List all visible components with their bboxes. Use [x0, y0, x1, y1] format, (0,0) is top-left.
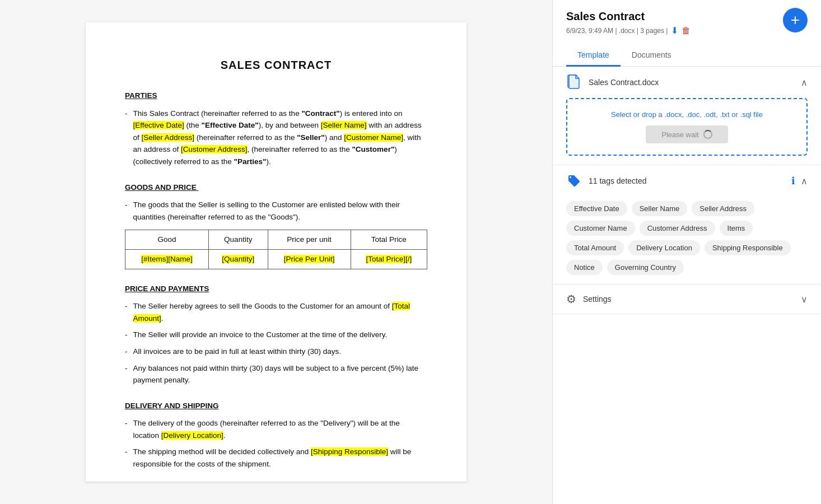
sidebar-meta-text: 6/9/23, 9:49 AM | .docx | 3 pages | — [566, 27, 668, 35]
gear-icon: ⚙ — [566, 292, 576, 306]
parties-text: This Sales Contract (hereinafter referre… — [133, 108, 428, 168]
bullet-dash-4: - — [125, 329, 128, 341]
goods-text: The goods that the Seller is selling to … — [133, 199, 428, 223]
file-section-title: Sales Contract.docx — [589, 78, 659, 87]
table-cell-price-per-unit: [Price Per Unit] — [268, 249, 351, 269]
tags-count-label: 11 tags detected — [589, 176, 647, 185]
price-bullet-3: - All invoices are to be paid in full at… — [125, 346, 427, 358]
document-panel: SALES CONTRACT PARTIES - This Sales Cont… — [0, 0, 552, 504]
section-heading-parties: PARTIES — [125, 90, 427, 102]
bullet-dash-3: - — [125, 300, 128, 324]
tag-total-amount: [Total Amount] — [133, 302, 410, 323]
price-text-3: All invoices are to be paid in full at l… — [133, 346, 341, 358]
loading-spinner — [703, 130, 712, 139]
tags-section: 11 tags detected ℹ ∧ Effective Date Sell… — [553, 165, 821, 284]
delete-icon[interactable]: 🗑 — [682, 26, 691, 36]
tag-chip-notice[interactable]: Notice — [566, 260, 603, 275]
table-cell-items-name: [#Items][Name] — [125, 249, 209, 269]
tag-delivery-location: [Delivery Location] — [161, 431, 223, 440]
settings-title: Settings — [583, 295, 612, 304]
tags-header-right: ℹ ∧ — [791, 175, 808, 187]
tag-effective-date: [Effective Date] — [133, 121, 184, 129]
table-cell-total-price: [Total Price][/] — [351, 249, 427, 269]
document-title: SALES CONTRACT — [125, 56, 427, 74]
tag-shipping-responsible: [Shipping Responsible] — [311, 447, 388, 456]
tab-template[interactable]: Template — [566, 45, 621, 67]
file-icon — [566, 74, 582, 90]
table-col-total-price: Total Price — [351, 230, 427, 250]
price-bullet-2: - The Seller will provide an invoice to … — [125, 329, 427, 341]
delivery-text-2: The shipping method will be decided coll… — [133, 446, 428, 470]
goods-bullet: - The goods that the Seller is selling t… — [125, 199, 427, 223]
tag-customer-name: [Customer Name] — [344, 133, 403, 142]
sidebar-title-block: Sales Contract 6/9/23, 9:49 AM | .docx |… — [566, 10, 783, 36]
tab-documents[interactable]: Documents — [621, 45, 683, 67]
section-heading-price: PRICE AND PAYMENTS — [125, 283, 427, 295]
table-col-price-unit: Price per unit — [268, 230, 351, 250]
goods-table: Good Quantity Price per unit Total Price… — [125, 230, 427, 269]
delivery-bullet-1: - The delivery of the goods (hereinafter… — [125, 417, 427, 441]
sidebar-title: Sales Contract — [566, 10, 783, 23]
settings-section-header[interactable]: ⚙ Settings ∨ — [553, 284, 821, 314]
add-button[interactable]: + — [783, 8, 808, 32]
settings-header-left: ⚙ Settings — [566, 292, 612, 306]
delivery-text-1: The delivery of the goods (hereinafter r… — [133, 417, 428, 441]
tag-chip-seller-name[interactable]: Seller Name — [632, 201, 688, 216]
price-bullet-4: - Any balances not paid within thirty (3… — [125, 362, 427, 386]
bullet-dash: - — [125, 108, 128, 168]
tag-chip-delivery-location[interactable]: Delivery Location — [628, 240, 700, 255]
price-text-4: Any balances not paid within thirty (30)… — [133, 362, 428, 386]
bullet-dash-5: - — [125, 346, 128, 358]
tag-chip-governing-country[interactable]: Governing Country — [607, 260, 684, 275]
table-cell-quantity: [Quantity] — [208, 249, 268, 269]
tag-chip-shipping-responsible[interactable]: Shipping Responsible — [705, 240, 791, 255]
price-bullet-1: - The Seller hereby agrees to sell the G… — [125, 300, 427, 324]
delivery-bullet-2: - The shipping method will be decided co… — [125, 446, 427, 470]
tags-section-header[interactable]: 11 tags detected ℹ ∧ — [553, 165, 821, 197]
tag-chip-customer-address[interactable]: Customer Address — [640, 221, 715, 236]
table-row: [#Items][Name] [Quantity] [Price Per Uni… — [125, 249, 427, 269]
tag-customer-address: [Customer Address] — [181, 145, 248, 153]
parties-bullet: - This Sales Contract (hereinafter refer… — [125, 108, 427, 168]
info-icon[interactable]: ℹ — [791, 175, 795, 187]
tags-header-left: 11 tags detected — [566, 173, 647, 189]
sidebar-tabs: Template Documents — [553, 45, 821, 67]
please-wait-button: Please wait — [646, 125, 727, 143]
section-heading-delivery: DELIVERY AND SHIPPING — [125, 400, 427, 412]
tag-icon-wrapper — [566, 173, 582, 189]
tag-chip-customer-name[interactable]: Customer Name — [566, 221, 635, 236]
price-text-2: The Seller will provide an invoice to th… — [133, 329, 388, 341]
price-text-1: The Seller hereby agrees to sell the Goo… — [133, 300, 428, 324]
table-col-good: Good — [125, 230, 209, 250]
please-wait-label: Please wait — [661, 130, 698, 139]
bullet-dash-6: - — [125, 362, 128, 386]
tag-chip-total-amount[interactable]: Total Amount — [566, 240, 624, 255]
file-section-chevron-up: ∧ — [801, 77, 808, 88]
upload-text: Select or drop a .docx, .doc, .odt, .txt… — [579, 110, 795, 119]
settings-chevron-down: ∨ — [801, 294, 808, 305]
file-section-header-left: Sales Contract.docx — [566, 74, 659, 90]
document-content: SALES CONTRACT PARTIES - This Sales Cont… — [86, 22, 467, 482]
sidebar-panel: Sales Contract 6/9/23, 9:49 AM | .docx |… — [552, 0, 821, 504]
download-icon[interactable]: ⬇ — [671, 25, 678, 36]
bullet-dash-7: - — [125, 417, 128, 441]
settings-section: ⚙ Settings ∨ — [553, 284, 821, 314]
sidebar-meta: 6/9/23, 9:49 AM | .docx | 3 pages | ⬇ 🗑 — [566, 25, 783, 36]
tag-chip-effective-date[interactable]: Effective Date — [566, 201, 627, 216]
sidebar-meta-icons: ⬇ 🗑 — [671, 25, 691, 36]
file-section: Sales Contract.docx ∧ Select or drop a .… — [553, 67, 821, 165]
sidebar-header: Sales Contract 6/9/23, 9:49 AM | .docx |… — [553, 0, 821, 36]
tags-section-chevron: ∧ — [801, 176, 808, 186]
tag-chip-items[interactable]: Items — [720, 221, 753, 236]
section-heading-goods: GOODS AND PRICE — [125, 181, 427, 194]
upload-area[interactable]: Select or drop a .docx, .doc, .odt, .txt… — [566, 98, 808, 156]
file-section-header[interactable]: Sales Contract.docx ∧ — [553, 67, 821, 98]
tag-seller-name: [Seller Name] — [321, 121, 367, 129]
tag-seller-address: [Seller Address] — [142, 133, 195, 142]
table-col-quantity: Quantity — [208, 230, 268, 250]
tag-chip-seller-address[interactable]: Seller Address — [692, 201, 754, 216]
tags-grid: Effective Date Seller Name Seller Addres… — [553, 197, 821, 284]
bullet-dash-2: - — [125, 199, 128, 223]
bullet-dash-8: - — [125, 446, 128, 470]
